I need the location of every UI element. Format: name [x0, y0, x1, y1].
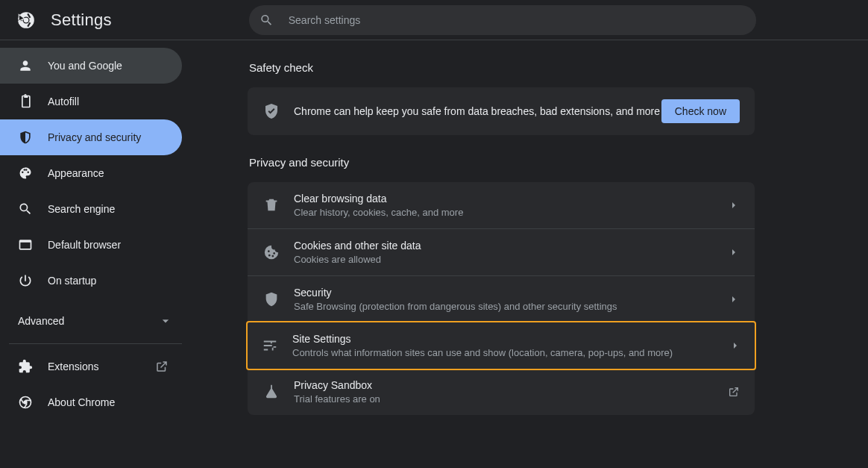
sidebar-divider [9, 343, 182, 344]
privacy-row-security[interactable]: Security Safe Browsing (protection from … [248, 275, 755, 322]
row-subtitle: Trial features are on [294, 393, 720, 405]
puzzle-icon [18, 359, 33, 374]
shield-check-icon [262, 102, 280, 120]
sidebar-item-label: Search engine [48, 203, 115, 215]
person-icon [18, 58, 33, 73]
sidebar-advanced-toggle[interactable]: Advanced [0, 303, 191, 339]
chevron-right-icon [728, 293, 740, 305]
external-link-icon [155, 360, 169, 373]
sidebar: You and Google Autofill Privacy and secu… [0, 40, 191, 468]
chevron-down-icon [158, 313, 173, 328]
trash-icon [262, 196, 280, 214]
row-title: Clear browsing data [294, 193, 720, 205]
row-subtitle: Safe Browsing (protection from dangerous… [294, 301, 720, 312]
row-title: Security [294, 287, 720, 299]
privacy-row-cookies[interactable]: Cookies and other site data Cookies are … [248, 228, 755, 275]
sidebar-item-privacy-security[interactable]: Privacy and security [0, 119, 182, 155]
privacy-row-clear-browsing-data[interactable]: Clear browsing data Clear history, cooki… [248, 182, 755, 228]
privacy-section-title: Privacy and security [249, 156, 755, 169]
app-title: Settings [51, 10, 112, 30]
sidebar-item-search-engine[interactable]: Search engine [0, 191, 182, 227]
sidebar-item-label: Autofill [48, 96, 79, 107]
sidebar-item-label: You and Google [48, 60, 122, 72]
chevron-right-icon [729, 340, 741, 352]
sidebar-item-extensions[interactable]: Extensions [0, 349, 182, 384]
sidebar-item-label: Default browser [48, 239, 121, 251]
sidebar-item-you-and-google[interactable]: You and Google [0, 48, 182, 84]
sidebar-item-label: On startup [48, 275, 96, 287]
sidebar-item-label: Appearance [48, 167, 104, 179]
safety-check-section-title: Safety check [249, 61, 755, 74]
sidebar-item-autofill[interactable]: Autofill [0, 84, 182, 119]
external-link-icon [728, 386, 740, 398]
advanced-label: Advanced [18, 315, 64, 327]
palette-icon [18, 166, 33, 181]
privacy-row-privacy-sandbox[interactable]: Privacy Sandbox Trial features are on [248, 369, 755, 415]
sidebar-item-label: About Chrome [48, 396, 115, 408]
cookie-icon [262, 243, 280, 261]
shield-half-icon [18, 130, 33, 145]
search-input[interactable] [287, 13, 746, 27]
check-now-button[interactable]: Check now [661, 99, 740, 123]
chevron-right-icon [728, 199, 740, 211]
window-icon [18, 237, 33, 252]
row-subtitle: Cookies are allowed [294, 254, 720, 265]
row-title: Privacy Sandbox [294, 379, 720, 391]
flask-icon [262, 383, 280, 401]
search-icon [18, 202, 33, 216]
clipboard-icon [18, 94, 33, 109]
app-logo-icon [16, 10, 36, 30]
privacy-card: Clear browsing data Clear history, cooki… [248, 182, 755, 415]
tune-icon [261, 337, 279, 355]
sidebar-item-appearance[interactable]: Appearance [0, 155, 182, 191]
safety-check-message: Chrome can help keep you safe from data … [294, 105, 661, 117]
search-box[interactable] [249, 5, 756, 35]
safety-check-row: Chrome can help keep you safe from data … [248, 87, 755, 135]
chevron-right-icon [728, 246, 740, 258]
search-icon [260, 13, 274, 28]
sidebar-item-label: Privacy and security [48, 131, 141, 143]
row-title: Cookies and other site data [294, 240, 720, 252]
sidebar-item-label: Extensions [48, 361, 98, 372]
chrome-icon [18, 395, 33, 410]
sidebar-item-default-browser[interactable]: Default browser [0, 227, 182, 263]
row-subtitle: Controls what information sites can use … [292, 347, 722, 358]
row-title: Site Settings [292, 333, 722, 345]
sidebar-item-about-chrome[interactable]: About Chrome [0, 384, 182, 420]
row-subtitle: Clear history, cookies, cache, and more [294, 207, 720, 218]
top-bar: Settings [0, 0, 868, 40]
shield-icon [262, 290, 280, 308]
power-icon [18, 273, 33, 288]
sidebar-item-on-startup[interactable]: On startup [0, 263, 182, 299]
safety-check-card: Chrome can help keep you safe from data … [248, 87, 755, 135]
main-content: Safety check Chrome can help keep you sa… [191, 40, 868, 468]
privacy-row-site-settings[interactable]: Site Settings Controls what information … [246, 321, 756, 370]
